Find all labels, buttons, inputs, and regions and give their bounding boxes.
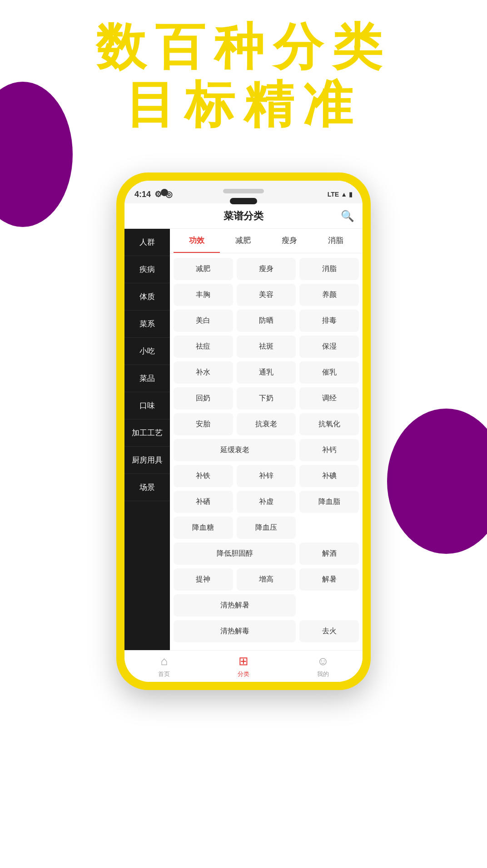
app-header-title: 菜谱分类 [224,209,263,223]
tag-quhuo[interactable]: 去火 [299,620,359,642]
tag-jiangxuezhi[interactable]: 降血脂 [299,491,359,513]
tag-bugai[interactable]: 补钙 [299,439,359,461]
tag-cuiru[interactable]: 催乳 [299,361,359,384]
phone-frame: 4:14 ⚙ ◎ LTE ▲ ▮ 菜谱分类 🔍 人群 疾病 体质 菜系 小吃 [116,173,371,690]
tag-paidu[interactable]: 排毒 [299,310,359,332]
sidebar-item-chufang[interactable]: 厨房用具 [124,447,170,474]
sidebar-item-caipin[interactable]: 菜品 [124,365,170,392]
phone-notch [230,198,257,204]
tag-buzin[interactable]: 补锌 [237,465,296,487]
tag-jiangxuetang[interactable]: 降血糖 [174,517,233,539]
sidebar: 人群 疾病 体质 菜系 小吃 菜品 口味 加工工艺 厨房用具 场景 [124,229,170,650]
mine-label: 我的 [317,670,329,678]
cat-tab-shoushen[interactable]: 瘦身 [266,229,313,253]
cat-tab-xiaozhi[interactable]: 消脂 [313,229,359,253]
sidebar-item-tizhi[interactable]: 体质 [124,283,170,311]
cat-tabs: 功效 减肥 瘦身 消脂 [170,229,363,253]
phone-camera [161,189,168,196]
mine-icon: ☺ [317,654,329,668]
sidebar-item-changjing[interactable]: 场景 [124,474,170,501]
bg-circle-right [387,409,487,554]
nav-item-category[interactable]: ⊞ 分类 [204,654,283,678]
tag-buse[interactable]: 补硒 [174,491,233,513]
tag-buxu[interactable]: 补虚 [237,491,296,513]
cat-tab-jianfei[interactable]: 减肥 [220,229,266,253]
tag-baoshi[interactable]: 保湿 [299,335,359,358]
content-area: 人群 疾病 体质 菜系 小吃 菜品 口味 加工工艺 厨房用具 场景 功效 减肥 … [124,229,363,650]
sidebar-item-xiaochi[interactable]: 小吃 [124,338,170,365]
tag-meibai[interactable]: 美白 [174,310,233,332]
tag-budian[interactable]: 补碘 [299,465,359,487]
hero-line2: 目标精准 [0,76,487,133]
tag-huinai[interactable]: 回奶 [174,387,233,409]
search-button[interactable]: 🔍 [341,210,354,222]
tag-bushui[interactable]: 补水 [174,361,233,384]
phone-speaker [223,189,264,193]
category-icon: ⊞ [239,654,248,668]
tags-grid: 减肥 瘦身 消脂 丰胸 美容 养颜 美白 防晒 排毒 祛痘 祛斑 保湿 补水 通… [170,253,363,647]
sidebar-item-jiagong[interactable]: 加工工艺 [124,419,170,447]
tag-antai[interactable]: 安胎 [174,413,233,435]
tag-jieshu[interactable]: 解暑 [299,568,359,591]
tag-butie[interactable]: 补铁 [174,465,233,487]
categories-panel: 功效 减肥 瘦身 消脂 减肥 瘦身 消脂 丰胸 美容 养颜 美白 防晒 排毒 [170,229,363,650]
tag-jiangdangguzhichun[interactable]: 降低胆固醇 [174,542,296,565]
tag-zenggao[interactable]: 增高 [237,568,296,591]
tag-qudou[interactable]: 祛痘 [174,335,233,358]
nav-item-home[interactable]: ⌂ 首页 [124,654,204,678]
home-label: 首页 [158,670,170,678]
cat-tab-gonxiao[interactable]: 功效 [174,229,220,253]
tag-shoushen[interactable]: 瘦身 [237,258,296,280]
tag-fangshan[interactable]: 防晒 [237,310,296,332]
tag-quban[interactable]: 祛斑 [237,335,296,358]
sidebar-item-kouwei[interactable]: 口味 [124,392,170,419]
category-label: 分类 [238,670,249,678]
home-icon: ⌂ [160,654,168,668]
tag-xianai[interactable]: 下奶 [237,387,296,409]
nav-item-mine[interactable]: ☺ 我的 [283,654,363,678]
tag-qingrejiedu[interactable]: 清热解毒 [174,620,296,642]
app-header: 菜谱分类 🔍 [124,203,363,229]
sidebar-item-jibing[interactable]: 疾病 [124,256,170,283]
tag-jiejiu[interactable]: 解酒 [299,542,359,565]
hero-line1: 数百种分类 [0,18,487,76]
tag-jianfei[interactable]: 减肥 [174,258,233,280]
tag-fengxiong[interactable]: 丰胸 [174,284,233,306]
tag-jiangxueya[interactable]: 降血压 [237,517,296,539]
sidebar-item-renqun[interactable]: 人群 [124,229,170,256]
phone-inner: 4:14 ⚙ ◎ LTE ▲ ▮ 菜谱分类 🔍 人群 疾病 体质 菜系 小吃 [124,181,363,682]
tag-kangshuailao[interactable]: 抗衰老 [237,413,296,435]
tag-tongru[interactable]: 通乳 [237,361,296,384]
hero-section: 数百种分类 目标精准 [0,18,487,133]
bottom-nav: ⌂ 首页 ⊞ 分类 ☺ 我的 [124,650,363,682]
tag-yanhuanshuailao[interactable]: 延缓衰老 [174,439,296,461]
tag-tishen[interactable]: 提神 [174,568,233,591]
phone-hardware [124,189,363,193]
tag-kangyanghao[interactable]: 抗氧化 [299,413,359,435]
tag-tiaojing[interactable]: 调经 [299,387,359,409]
tag-xiaozhi[interactable]: 消脂 [299,258,359,280]
sidebar-item-caixi[interactable]: 菜系 [124,311,170,338]
tag-meirong[interactable]: 美容 [237,284,296,306]
tag-yangyan[interactable]: 养颜 [299,284,359,306]
tag-qingrejieshu[interactable]: 清热解暑 [174,594,296,616]
